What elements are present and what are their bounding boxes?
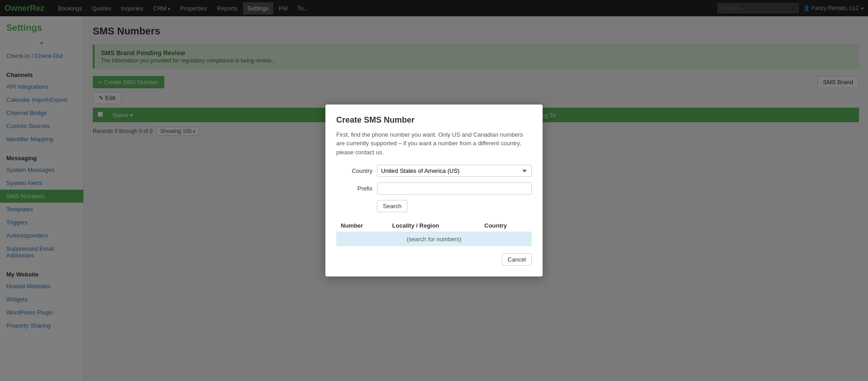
results-table-body: (search for numbers) — [336, 232, 532, 247]
create-sms-modal: Create SMS Number First, find the phone … — [325, 105, 543, 277]
modal-description: First, find the phone number you want. O… — [336, 130, 532, 157]
modal-country-row: Country United States of America (US) Ca… — [336, 165, 532, 177]
modal-overlay: Create SMS Number First, find the phone … — [0, 0, 868, 381]
prefix-label: Prefix — [336, 185, 372, 192]
modal-footer: Cancel — [336, 253, 532, 266]
modal-prefix-row: Prefix — [336, 182, 532, 195]
cancel-button[interactable]: Cancel — [502, 253, 532, 266]
results-placeholder-row: (search for numbers) — [336, 232, 532, 247]
modal-title: Create SMS Number — [336, 115, 532, 125]
modal-results-table: Number Locality / Region Country (search… — [336, 219, 532, 246]
country-select[interactable]: United States of America (US) Canada (CA… — [377, 165, 532, 177]
prefix-input[interactable] — [377, 182, 532, 195]
country-label: Country — [336, 167, 372, 174]
modal-search-btn-container: Search — [377, 200, 532, 212]
results-table-header: Number Locality / Region Country — [336, 219, 532, 232]
col-number: Number — [336, 219, 388, 232]
results-placeholder-text: (search for numbers) — [336, 232, 532, 247]
col-locality: Locality / Region — [388, 219, 480, 232]
modal-search-button[interactable]: Search — [377, 200, 407, 212]
col-country: Country — [480, 219, 532, 232]
